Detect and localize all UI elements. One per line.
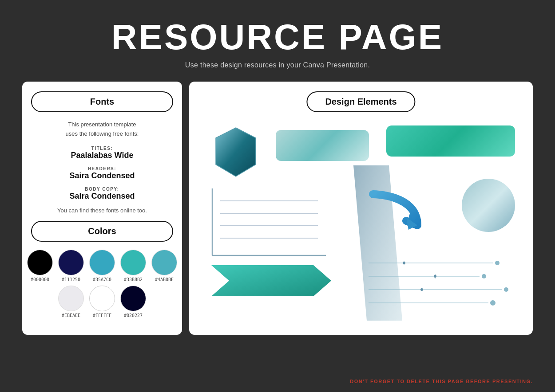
colors-row-1: #000000 #111250 #35A7C0 #33B8B2 #4AB0BE	[31, 250, 173, 282]
color-circle	[89, 250, 115, 275]
swatch-navy: #111250	[58, 250, 84, 282]
find-fonts-text: You can find these fonts online too.	[31, 207, 173, 214]
color-hex: #33B8B2	[124, 277, 143, 282]
color-hex: #000000	[31, 277, 49, 282]
swatch-light: #EBEAEE	[58, 286, 84, 318]
rect-bar-teal	[276, 130, 369, 161]
header: RESOURCE PAGE Use these design resources…	[0, 0, 555, 77]
color-circle	[89, 286, 115, 311]
font-description: This presentation template uses the foll…	[31, 120, 173, 139]
color-hex: #FFFFFF	[93, 313, 111, 318]
colors-label: Colors	[31, 221, 173, 242]
color-hex: #4AB0BE	[155, 277, 174, 282]
subtitle: Use these design resources in your Canva…	[0, 61, 555, 69]
color-circle	[27, 250, 53, 275]
swatch-darknavy: #020227	[120, 286, 146, 318]
swatch-teal: #33B8B2	[120, 250, 146, 282]
right-card: Design Elements	[189, 82, 533, 335]
circle-element	[462, 179, 515, 232]
rect-bar-bright	[386, 125, 515, 157]
design-elements-label: Design Elements	[306, 91, 415, 112]
svg-marker-7	[211, 265, 331, 296]
color-hex: #111250	[62, 277, 80, 282]
svg-point-17	[490, 300, 496, 306]
font-entry-titles: TITLES: Paalalabas Wide	[31, 146, 173, 160]
color-circle	[58, 250, 84, 275]
color-circle	[120, 250, 146, 275]
svg-point-15	[504, 287, 508, 292]
hexagon-element	[211, 125, 260, 174]
color-circle	[120, 286, 146, 311]
fonts-label: Fonts	[31, 91, 173, 112]
swatch-white: #FFFFFF	[89, 286, 115, 318]
blue-arrow-element	[364, 190, 422, 243]
font-entry-headers: HEADERS: Saira Condensed	[31, 166, 173, 180]
color-hex: #35A7C0	[93, 277, 111, 282]
color-hex: #EBEAEE	[62, 313, 80, 318]
page-title: RESOURCE PAGE	[0, 18, 555, 57]
lines-block	[211, 188, 327, 256]
cards-container: Fonts This presentation template uses th…	[0, 82, 555, 335]
arrow-element	[211, 265, 331, 296]
svg-point-20	[420, 288, 423, 291]
swatch-black: #000000	[27, 250, 53, 282]
svg-point-11	[495, 261, 500, 265]
color-circle	[58, 286, 84, 311]
swatch-blue: #35A7C0	[89, 250, 115, 282]
colors-row-2: #EBEAEE #FFFFFF #020227	[31, 286, 173, 318]
color-circle	[151, 250, 177, 275]
swatch-cyan: #4AB0BE	[151, 250, 177, 282]
circuit-lines	[369, 250, 519, 321]
font-entry-body: BODY COPY: Saira Condensed	[31, 187, 173, 201]
svg-marker-0	[216, 128, 256, 176]
footer-note: DON'T FORGET TO DELETE THIS PAGE BEFORE …	[350, 379, 533, 384]
color-hex: #020227	[124, 313, 143, 318]
design-area	[198, 121, 524, 325]
left-card: Fonts This presentation template uses th…	[22, 82, 182, 335]
svg-point-13	[482, 274, 486, 278]
